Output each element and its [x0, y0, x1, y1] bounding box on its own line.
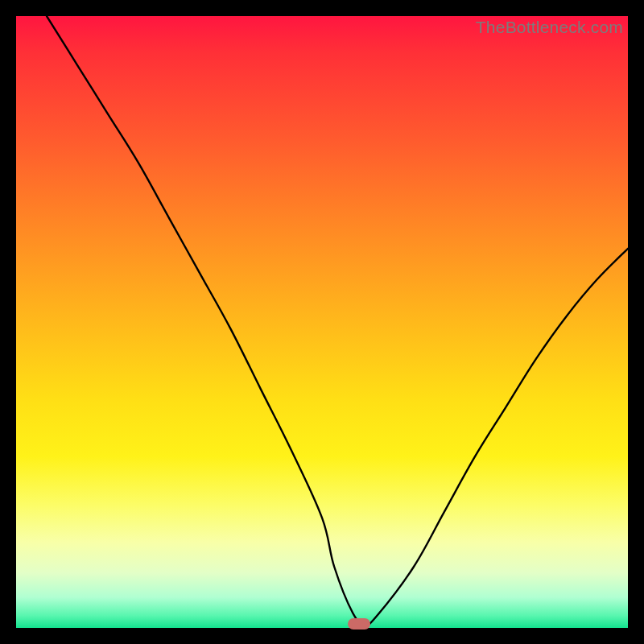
bottleneck-marker — [348, 618, 370, 630]
chart-frame: TheBottleneck.com — [0, 0, 644, 644]
curve-path — [47, 16, 628, 625]
plot-area: TheBottleneck.com — [16, 16, 628, 628]
watermark-text: TheBottleneck.com — [476, 18, 623, 37]
curve-svg — [16, 16, 628, 628]
